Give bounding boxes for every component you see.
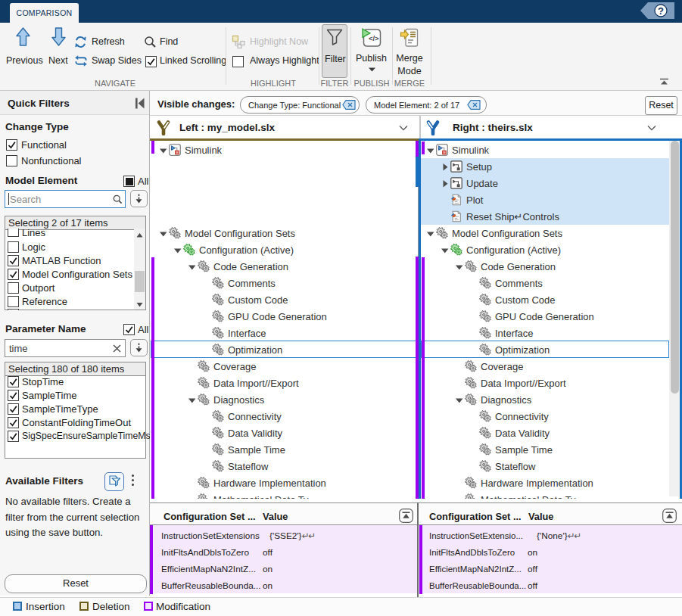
svg-text:</>: </> <box>369 34 379 42</box>
svg-text:?: ? <box>658 5 664 17</box>
